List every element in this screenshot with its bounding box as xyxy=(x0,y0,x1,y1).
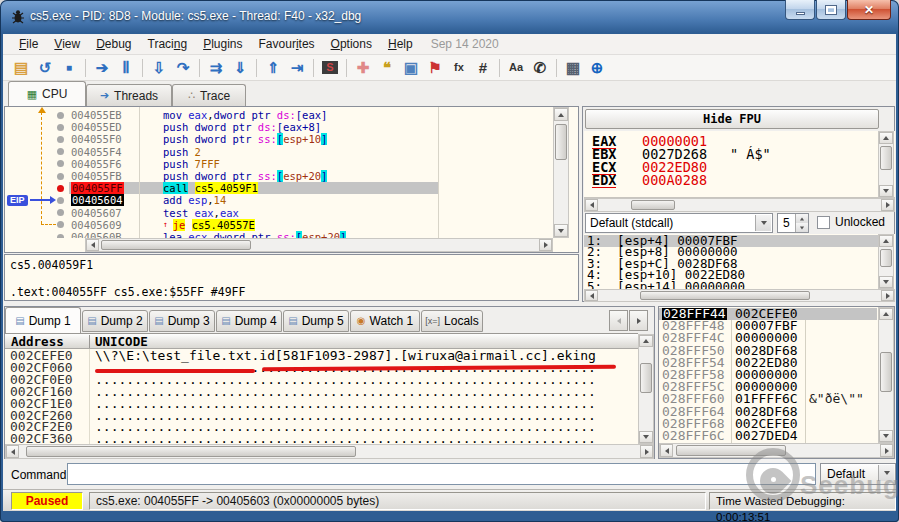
disasm-row[interactable]: 004055FBpush dword ptr ss:[esp+20] xyxy=(5,170,552,183)
restart-icon[interactable]: ↺ xyxy=(33,57,57,79)
tab-scroll-left-icon[interactable] xyxy=(609,310,628,331)
menu-item-options[interactable]: Options xyxy=(323,35,380,53)
dump-address: 002CF360 xyxy=(10,433,73,444)
case-icon[interactable]: Aa xyxy=(504,57,528,79)
register-row[interactable]: EBX0027D268" Á$" xyxy=(584,148,879,161)
tab-scroll-right-icon[interactable] xyxy=(629,310,648,331)
open-file-icon[interactable]: ▤ xyxy=(9,57,33,79)
tab-dump-1[interactable]: ▤Dump 1 xyxy=(5,307,81,333)
tab-dump-2[interactable]: ▤Dump 2 xyxy=(82,310,148,332)
dump-header[interactable]: Address UNICODE xyxy=(5,333,638,349)
disasm-row[interactable]: 004055EBmov eax,dword ptr ds:[eax] xyxy=(5,109,552,122)
row-dot[interactable] xyxy=(57,160,64,167)
globe-icon[interactable]: ⊕ xyxy=(585,57,609,79)
function-icon[interactable]: fx xyxy=(447,57,471,79)
command-mode-select[interactable]: Default xyxy=(820,463,896,485)
tab-dump-4[interactable]: ▤Dump 4 xyxy=(216,310,282,332)
disasm-row[interactable]: 004055F6push 7FFF xyxy=(5,158,552,171)
arg-count-stepper[interactable]: 5 xyxy=(777,213,809,233)
row-dot[interactable] xyxy=(57,112,64,119)
menu-item-favourites[interactable]: Favourites xyxy=(251,35,323,53)
row-dot[interactable] xyxy=(57,234,64,239)
patches-icon[interactable]: ✚ xyxy=(351,57,375,79)
status-bar: Paused cs5.exe: 004055FF -> 00405603 (0x… xyxy=(3,489,896,511)
disasm-row[interactable]: 004055F4push 2 xyxy=(5,146,552,159)
step-over-icon[interactable]: ↷ xyxy=(171,57,195,79)
stepper-up-icon[interactable] xyxy=(796,214,808,223)
row-dot[interactable] xyxy=(57,148,64,155)
row-dot[interactable] xyxy=(57,221,64,228)
breakpoint-dot[interactable] xyxy=(57,185,64,192)
execute-till-return-icon[interactable]: ⇑ xyxy=(261,57,285,79)
bookmark-icon[interactable]: ⚑ xyxy=(423,57,447,79)
register-row[interactable]: ECX0022ED80 xyxy=(584,161,879,174)
run-to-user-code-icon[interactable]: ⇥ xyxy=(285,57,309,79)
dump-row[interactable]: 002CF360................................… xyxy=(5,433,638,444)
calling-convention-select[interactable]: Default (stdcall) xyxy=(585,213,773,233)
tab-dump-5[interactable]: ▤Dump 5 xyxy=(283,310,349,332)
row-dot[interactable] xyxy=(57,136,64,143)
pause-icon[interactable]: Ⅱ xyxy=(114,57,138,79)
step-bottom-icon[interactable]: ⇓ xyxy=(228,57,252,79)
unlocked-checkbox[interactable] xyxy=(817,216,830,229)
minimize-button[interactable] xyxy=(785,0,815,20)
command-input[interactable] xyxy=(67,463,816,485)
close-button[interactable]: ✕ xyxy=(847,0,891,20)
menu-item-file[interactable]: File xyxy=(11,35,46,53)
calculator-icon[interactable]: ▦ xyxy=(561,57,585,79)
tab-watch-1[interactable]: ◉Watch 1 xyxy=(350,310,420,332)
registers-hscrollbar[interactable] xyxy=(584,198,895,212)
disasm-hscrollbar[interactable] xyxy=(85,238,553,252)
disassembly-pane[interactable]: 004055EBmov eax,dword ptr ds:[eax]004055… xyxy=(4,106,579,253)
disasm-vscrollbar[interactable] xyxy=(553,107,569,238)
registers-list[interactable]: EAX00000001EBX0027D268" Á$"ECX0022ED80ED… xyxy=(584,131,895,198)
disasm-row[interactable]: 004055EDpush dword ptr ds:[eax+8] xyxy=(5,121,552,134)
step-into-icon[interactable]: ⇩ xyxy=(147,57,171,79)
disasm-row[interactable]: 00405604add esp,14 xyxy=(5,194,552,207)
arguments-vscrollbar[interactable] xyxy=(878,234,894,289)
menu-item-debug[interactable]: Debug xyxy=(88,35,139,53)
run-icon[interactable]: ➔ xyxy=(90,57,114,79)
menu-item-view[interactable]: View xyxy=(46,35,88,53)
dump-rows[interactable]: 002CEFE0\\?\E:\test_file.txt.id[581F1093… xyxy=(5,349,638,444)
tab-locals[interactable]: [x=]Locals xyxy=(421,310,483,332)
stack-vscrollbar[interactable] xyxy=(878,307,894,443)
dump-hscrollbar[interactable] xyxy=(5,444,654,459)
menu-item-help[interactable]: Help xyxy=(380,35,421,53)
script-icon[interactable]: S xyxy=(318,57,342,79)
row-dot[interactable] xyxy=(57,197,64,204)
label-icon[interactable]: ▣ xyxy=(399,57,423,79)
dump-vscrollbar[interactable] xyxy=(638,334,654,444)
stop-icon[interactable]: ■ xyxy=(57,57,81,79)
arguments-hscrollbar[interactable] xyxy=(584,289,895,302)
argument-row[interactable]: 5: [esp+14] 00000000 xyxy=(584,281,879,289)
animate-into-icon[interactable]: ⇉ xyxy=(204,57,228,79)
disasm-row[interactable]: 004055FFcall cs5.4059F1 xyxy=(5,182,552,195)
tab-trace[interactable]: ∴Trace xyxy=(172,84,246,106)
stepper-down-icon[interactable] xyxy=(796,223,808,232)
stack-hscrollbar[interactable] xyxy=(659,443,894,458)
titlebar[interactable]: cs5.exe - PID: 8D8 - Module: cs5.exe - T… xyxy=(0,0,899,34)
disasm-row[interactable]: 004055F0push dword ptr ss:[esp+10] xyxy=(5,133,552,146)
disasm-row[interactable]: 00405609↑ je cs5.40557E xyxy=(5,219,552,232)
tab-threads[interactable]: ➔Threads xyxy=(86,84,172,106)
maximize-button[interactable] xyxy=(816,0,846,20)
row-dot[interactable] xyxy=(57,173,64,180)
hash-icon[interactable]: # xyxy=(471,57,495,79)
register-row[interactable]: EDX000A0288 xyxy=(584,174,879,187)
threads-icon: ➔ xyxy=(100,90,109,101)
row-dot[interactable] xyxy=(57,209,64,216)
arguments-list[interactable]: 1: [esp+4] 00007FBF2: [esp+8] 000000003:… xyxy=(584,234,895,289)
disasm-row[interactable]: 00405607test eax,eax xyxy=(5,207,552,220)
menu-item-plugins[interactable]: Plugins xyxy=(195,35,250,53)
stack-rows[interactable]: 028FFF44002CEFE0028FFF4800007FBF028FFF4C… xyxy=(659,308,877,443)
attach-icon[interactable]: ✆ xyxy=(528,57,552,79)
registers-vscrollbar[interactable] xyxy=(878,131,894,198)
menu-item-tracing[interactable]: Tracing xyxy=(140,35,196,53)
row-dot[interactable] xyxy=(57,124,64,131)
disasm-row[interactable]: 0040560Blea ecx,dword ptr ss:[esp+20] xyxy=(5,231,552,238)
hide-fpu-button[interactable]: Hide FPU xyxy=(585,109,879,129)
comment-icon[interactable]: ❝ xyxy=(375,57,399,79)
tab-dump-3[interactable]: ▤Dump 3 xyxy=(149,310,215,332)
tab-cpu[interactable]: ▦CPU xyxy=(8,81,86,106)
